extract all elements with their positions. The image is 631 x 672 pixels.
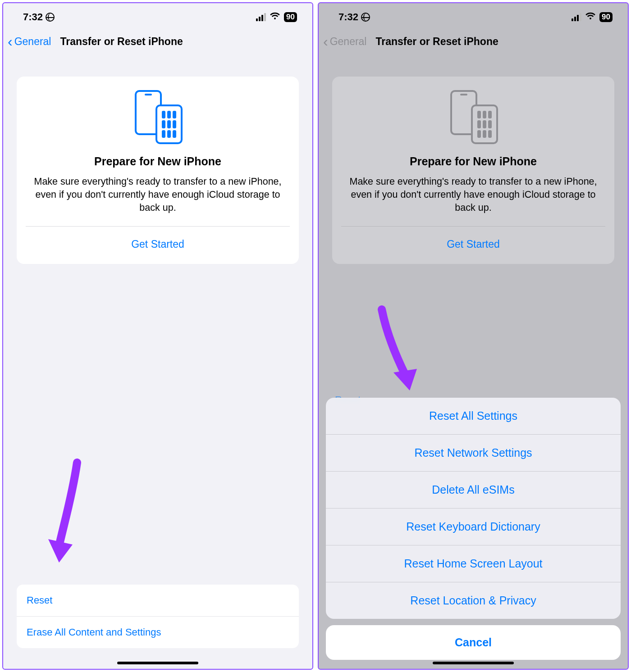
card-body: Make sure everything's ready to transfer… bbox=[341, 175, 605, 226]
battery-icon: 90 bbox=[284, 12, 297, 22]
status-bar: 7:32 90 bbox=[319, 3, 628, 27]
devices-icon bbox=[341, 90, 605, 144]
action-sheet-container: Reset All Settings Reset Network Setting… bbox=[326, 398, 621, 660]
prepare-card: Prepare for New iPhone Make sure everyth… bbox=[17, 77, 299, 264]
get-started-button[interactable]: Get Started bbox=[26, 227, 290, 264]
card-body: Make sure everything's ready to transfer… bbox=[26, 175, 290, 226]
cellular-icon bbox=[256, 13, 266, 21]
screenshot-left: 7:32 90 ‹ General Transfer or Reset iPho… bbox=[2, 2, 313, 670]
reset-list: Reset Erase All Content and Settings bbox=[17, 585, 299, 648]
get-started-button: Get Started bbox=[341, 227, 605, 264]
chevron-left-icon: ‹ bbox=[8, 36, 13, 46]
wifi-icon bbox=[585, 12, 596, 23]
devices-icon bbox=[26, 90, 290, 144]
back-label: General bbox=[330, 36, 367, 48]
prepare-card: Prepare for New iPhone Make sure everyth… bbox=[332, 77, 614, 264]
erase-all-row[interactable]: Erase All Content and Settings bbox=[17, 616, 299, 648]
status-bar: 7:32 90 bbox=[3, 3, 312, 27]
card-heading: Prepare for New iPhone bbox=[341, 155, 605, 168]
wifi-icon bbox=[270, 12, 280, 23]
annotation-arrow-icon bbox=[46, 458, 91, 566]
globe-icon bbox=[361, 13, 370, 22]
reset-action-sheet: Reset All Settings Reset Network Setting… bbox=[326, 398, 621, 619]
back-label: General bbox=[14, 36, 51, 48]
chevron-left-icon: ‹ bbox=[323, 36, 328, 46]
home-indicator[interactable] bbox=[117, 662, 198, 664]
card-heading: Prepare for New iPhone bbox=[26, 155, 290, 168]
page-title: Transfer or Reset iPhone bbox=[375, 36, 498, 48]
battery-icon: 90 bbox=[599, 12, 613, 22]
cancel-button[interactable]: Cancel bbox=[326, 625, 621, 660]
home-indicator[interactable] bbox=[433, 662, 514, 664]
option-reset-network-settings[interactable]: Reset Network Settings bbox=[326, 434, 621, 471]
status-time: 7:32 bbox=[23, 11, 43, 23]
screenshot-right: 7:32 90 ‹ General Transfer or Reset iPho… bbox=[318, 2, 629, 670]
page-title: Transfer or Reset iPhone bbox=[60, 36, 183, 48]
reset-row[interactable]: Reset bbox=[17, 585, 299, 616]
status-time: 7:32 bbox=[338, 11, 358, 23]
back-button: ‹ General bbox=[323, 36, 366, 48]
annotation-arrow-icon bbox=[368, 305, 422, 395]
nav-header: ‹ General Transfer or Reset iPhone bbox=[319, 27, 628, 59]
nav-header: ‹ General Transfer or Reset iPhone bbox=[3, 27, 312, 59]
option-reset-home-screen-layout[interactable]: Reset Home Screen Layout bbox=[326, 545, 621, 582]
option-reset-keyboard-dictionary[interactable]: Reset Keyboard Dictionary bbox=[326, 508, 621, 545]
cellular-icon bbox=[572, 13, 581, 21]
globe-icon bbox=[46, 13, 55, 22]
option-reset-location-privacy[interactable]: Reset Location & Privacy bbox=[326, 582, 621, 619]
option-reset-all-settings[interactable]: Reset All Settings bbox=[326, 398, 621, 434]
back-button[interactable]: ‹ General bbox=[8, 36, 51, 48]
option-delete-all-esims[interactable]: Delete All eSIMs bbox=[326, 471, 621, 508]
